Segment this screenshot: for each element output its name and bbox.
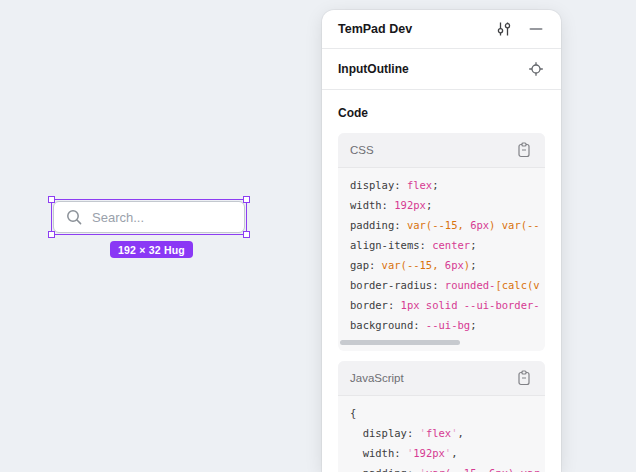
- sliders-icon[interactable]: [493, 18, 515, 40]
- minimize-icon[interactable]: [525, 18, 547, 40]
- selection-handle-bottom-left[interactable]: [48, 231, 55, 238]
- css-code-block: CSS display: flex;width: 192px;padding: …: [338, 133, 545, 351]
- selection-handle-bottom-right[interactable]: [243, 231, 250, 238]
- code-section-title: Code: [338, 106, 545, 120]
- css-block-label: CSS: [350, 144, 503, 156]
- selected-node-name: InputOutline: [338, 62, 515, 76]
- javascript-block-header: JavaScript: [338, 361, 545, 396]
- scrollbar-thumb[interactable]: [340, 340, 460, 345]
- javascript-code-block: JavaScript { display: 'flex', width: '19…: [338, 361, 545, 472]
- search-input[interactable]: Search...: [53, 201, 245, 233]
- panel-header: TemPad Dev: [322, 10, 561, 49]
- search-icon: [66, 209, 83, 226]
- css-block-header: CSS: [338, 133, 545, 168]
- search-placeholder: Search...: [92, 210, 144, 225]
- figma-canvas: { "canvas": { "search_input": { "placeho…: [0, 0, 636, 472]
- dimensions-badge: 192 × 32 Hug: [110, 241, 193, 258]
- target-icon[interactable]: [525, 58, 547, 80]
- javascript-block-label: JavaScript: [350, 372, 503, 384]
- tempad-dev-panel: TemPad Dev InputOutline: [322, 10, 561, 472]
- selected-node-row: InputOutline: [322, 49, 561, 90]
- javascript-code: { display: 'flex', width: '192px', paddi…: [338, 396, 545, 472]
- selection-handle-top-right[interactable]: [243, 196, 250, 203]
- copy-icon[interactable]: [513, 367, 535, 389]
- horizontal-scrollbar[interactable]: [340, 340, 543, 345]
- panel-title: TemPad Dev: [338, 22, 483, 36]
- css-code: display: flex;width: 192px;padding: var(…: [338, 168, 545, 337]
- copy-icon[interactable]: [513, 139, 535, 161]
- code-section: Code CSS display: flex;width: 192px;padd…: [322, 90, 561, 472]
